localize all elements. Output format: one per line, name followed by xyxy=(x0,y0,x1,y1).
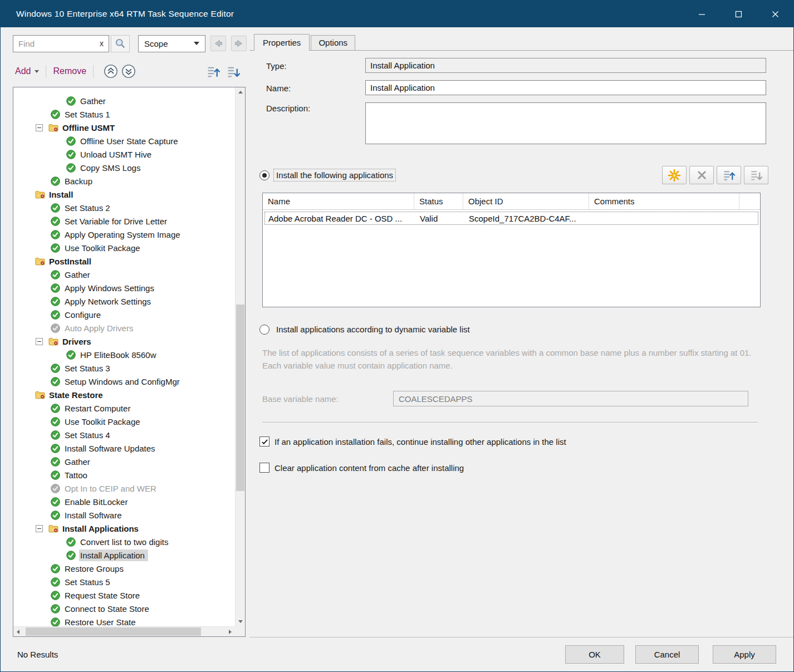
clear-cache-checkbox[interactable] xyxy=(259,463,269,473)
new-application-button[interactable] xyxy=(662,166,687,184)
tree-item[interactable]: Install Software Updates xyxy=(13,442,235,455)
apply-button[interactable]: Apply xyxy=(713,645,776,664)
clear-cache-label[interactable]: Clear application content from cache aft… xyxy=(275,463,464,473)
tree-item[interactable]: Apply Operating System Image xyxy=(13,228,235,241)
expander-icon[interactable] xyxy=(36,525,43,532)
expander-icon[interactable] xyxy=(36,338,43,345)
tree-item[interactable]: Set Status 2 xyxy=(13,201,235,214)
tree-item[interactable]: Setup Windows and ConfigMgr xyxy=(13,375,235,388)
tab-options[interactable]: Options xyxy=(311,35,355,50)
tree-item[interactable]: Restart Computer xyxy=(13,401,235,415)
tree-item[interactable]: Apply Network Settings xyxy=(13,295,235,308)
tree-item[interactable]: Connect to State Store xyxy=(13,602,235,615)
remove-button[interactable]: Remove xyxy=(53,66,86,76)
tree-item-label: Install Applications xyxy=(61,523,142,534)
expand-all-button[interactable] xyxy=(121,64,136,79)
forward-button[interactable] xyxy=(231,36,247,51)
tree-item-label: Gather xyxy=(63,456,94,468)
install-apps-radio[interactable] xyxy=(259,170,269,180)
tree-item[interactable]: Backup xyxy=(13,174,235,188)
tree-item[interactable]: Set Status 5 xyxy=(13,575,235,588)
tree-item[interactable]: Set Status 4 xyxy=(13,428,235,442)
move-application-down-button[interactable] xyxy=(744,166,768,184)
title-bar: Windows 10 Enterprise x64 RTM Task Seque… xyxy=(1,1,793,27)
tree-item[interactable]: Configure xyxy=(13,308,235,321)
tree-item[interactable]: Enable BitLocker xyxy=(13,495,235,508)
tree-item[interactable]: Set Status 1 xyxy=(13,107,235,121)
vertical-scroll-thumb[interactable] xyxy=(236,305,244,491)
reorder-down-button[interactable] xyxy=(226,63,241,79)
add-button[interactable]: Add xyxy=(15,66,39,76)
description-input[interactable] xyxy=(365,102,766,144)
tree-item[interactable]: Drivers xyxy=(13,335,235,348)
close-button[interactable] xyxy=(757,1,793,27)
column-header-comments[interactable]: Comments xyxy=(589,193,739,209)
column-header-object-id[interactable]: Object ID xyxy=(463,193,589,209)
scroll-right-arrow[interactable] xyxy=(226,627,235,636)
install-apps-radio-label[interactable]: Install the following applications xyxy=(274,169,395,181)
app-table-row[interactable]: Adobe Acrobat Reader DC - OSD ...ValidSc… xyxy=(264,211,759,225)
tree-item[interactable]: Request State Store xyxy=(13,588,235,602)
tree-item[interactable]: Gather xyxy=(13,455,235,468)
tree-item[interactable]: Auto Apply Drivers xyxy=(13,321,235,335)
tree-item[interactable]: Restore Groups xyxy=(13,562,235,575)
continue-on-fail-checkbox[interactable] xyxy=(259,436,269,447)
tree-item[interactable]: Apply Windows Settings xyxy=(13,281,235,295)
column-header-name[interactable]: Name xyxy=(263,193,414,209)
cell-name: Adobe Acrobat Reader DC - OSD ... xyxy=(264,214,415,223)
tree-item[interactable]: Install xyxy=(13,188,235,201)
scroll-left-arrow[interactable] xyxy=(13,627,23,636)
tree-item[interactable]: Install Software xyxy=(13,508,235,522)
step-disabled-icon xyxy=(50,323,61,333)
back-button[interactable] xyxy=(210,36,226,51)
ok-button[interactable]: OK xyxy=(565,645,624,664)
tree-item[interactable]: Tattoo xyxy=(13,468,235,482)
tree-item[interactable]: Offline User State Capture xyxy=(13,134,235,148)
move-application-up-button[interactable] xyxy=(717,166,741,184)
scope-select[interactable]: Scope xyxy=(138,35,205,52)
scroll-up-arrow[interactable] xyxy=(236,87,245,97)
tab-properties[interactable]: Properties xyxy=(254,34,310,51)
horizontal-scroll-thumb[interactable] xyxy=(26,627,201,636)
step-success-icon xyxy=(50,497,61,507)
cancel-button[interactable]: Cancel xyxy=(635,645,699,664)
tree-item[interactable]: HP EliteBook 8560w xyxy=(13,348,235,361)
tree-vertical-scrollbar[interactable] xyxy=(235,87,245,626)
dynamic-list-radio[interactable] xyxy=(259,325,269,335)
tree-item[interactable]: Install Application xyxy=(13,548,235,562)
tree-item[interactable]: Use Toolkit Package xyxy=(13,415,235,428)
reorder-up-button[interactable] xyxy=(205,63,221,79)
step-success-icon xyxy=(50,457,61,467)
tree-item[interactable]: State Restore xyxy=(13,388,235,401)
continue-on-fail-label[interactable]: If an application installation fails, co… xyxy=(275,437,566,447)
delete-application-button[interactable] xyxy=(689,166,714,184)
tree-item[interactable]: PostInstall xyxy=(13,254,235,268)
tree-item[interactable]: Opt In to CEIP and WER xyxy=(13,482,235,495)
tree-item[interactable]: Gather xyxy=(13,94,235,107)
find-input[interactable] xyxy=(18,39,97,48)
minimize-button[interactable] xyxy=(683,1,720,27)
tree-item[interactable]: Offline USMT xyxy=(13,121,235,134)
maximize-button[interactable] xyxy=(720,1,757,27)
tree-item[interactable]: Gather xyxy=(13,268,235,281)
tree-item[interactable]: Set Variable for Drive Letter xyxy=(13,214,235,228)
tree-item[interactable]: Restore User State xyxy=(13,615,235,626)
find-clear-button[interactable]: x xyxy=(100,40,104,47)
tree-horizontal-scrollbar[interactable] xyxy=(13,626,235,636)
step-success-icon xyxy=(50,176,61,186)
tree-item[interactable]: Set Status 3 xyxy=(13,361,235,375)
tree-item-label: Backup xyxy=(63,175,96,187)
collapse-all-button[interactable] xyxy=(103,64,118,79)
name-input[interactable] xyxy=(365,80,766,95)
scroll-down-arrow[interactable] xyxy=(236,617,245,626)
tree-item[interactable]: Install Applications xyxy=(13,522,235,535)
tree-item[interactable]: Use Toolkit Package xyxy=(13,241,235,254)
expander-icon[interactable] xyxy=(36,124,43,131)
tree-item-label: PostInstall xyxy=(48,256,95,267)
tree-item[interactable]: Unload USMT Hive xyxy=(13,148,235,161)
search-button[interactable] xyxy=(111,35,130,52)
tree-item[interactable]: Convert list to two digits xyxy=(13,535,235,548)
dynamic-list-radio-label[interactable]: Install applications according to dynami… xyxy=(274,323,472,335)
tree-item[interactable]: Copy SMS Logs xyxy=(13,161,235,174)
column-header-status[interactable]: Status xyxy=(414,193,463,209)
